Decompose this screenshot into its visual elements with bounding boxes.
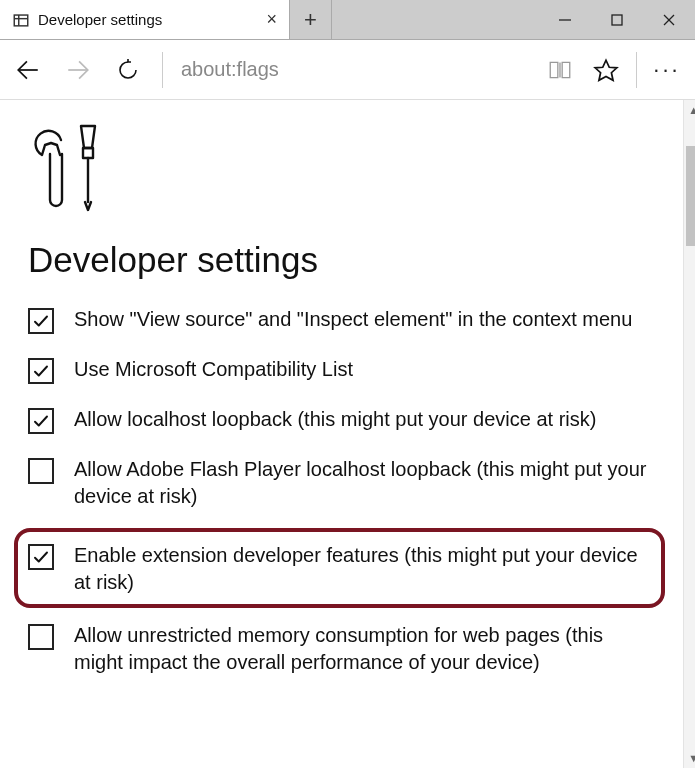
- scrollbar-thumb[interactable]: [686, 146, 695, 246]
- checkbox[interactable]: [28, 544, 54, 570]
- setting-option: Allow Adobe Flash Player localhost loopb…: [28, 456, 655, 510]
- more-button[interactable]: ···: [651, 54, 683, 86]
- window-maximize-button[interactable]: [591, 0, 643, 40]
- scrollbar[interactable]: ▲ ▼: [683, 100, 695, 768]
- toolbar-divider-2: [636, 52, 637, 88]
- window-close-button[interactable]: [643, 0, 695, 40]
- svg-rect-11: [83, 148, 93, 158]
- tab-close-icon[interactable]: ×: [266, 9, 277, 30]
- setting-label: Allow Adobe Flash Player localhost loopb…: [74, 456, 655, 510]
- tab-favicon: [12, 11, 30, 29]
- page-content: Developer settings Show "View source" an…: [0, 100, 683, 768]
- checkbox[interactable]: [28, 408, 54, 434]
- checkbox[interactable]: [28, 458, 54, 484]
- options-list: Show "View source" and "Inspect element"…: [28, 306, 655, 676]
- setting-label: Allow localhost loopback (this might put…: [74, 406, 596, 433]
- window-controls: [539, 0, 695, 39]
- setting-option: Use Microsoft Compatibility List: [28, 356, 655, 384]
- setting-label: Enable extension developer features (thi…: [74, 542, 647, 596]
- toolbar: about:flags ···: [0, 40, 695, 100]
- setting-option: Allow unrestricted memory consumption fo…: [28, 622, 655, 676]
- scrollbar-down-icon[interactable]: ▼: [684, 748, 695, 768]
- setting-option: Show "View source" and "Inspect element"…: [28, 306, 655, 334]
- svg-rect-4: [612, 15, 622, 25]
- setting-label: Use Microsoft Compatibility List: [74, 356, 353, 383]
- window-minimize-button[interactable]: [539, 0, 591, 40]
- checkbox[interactable]: [28, 308, 54, 334]
- svg-marker-10: [595, 60, 617, 80]
- checkbox[interactable]: [28, 358, 54, 384]
- setting-label: Show "View source" and "Inspect element"…: [74, 306, 632, 333]
- reading-view-icon[interactable]: [544, 54, 576, 86]
- setting-label: Allow unrestricted memory consumption fo…: [74, 622, 655, 676]
- setting-option: Enable extension developer features (thi…: [28, 542, 647, 596]
- refresh-button[interactable]: [112, 54, 144, 86]
- page-title: Developer settings: [28, 240, 655, 280]
- scrollbar-up-icon[interactable]: ▲: [684, 100, 695, 120]
- toolbar-divider: [162, 52, 163, 88]
- setting-option: Allow localhost loopback (this might put…: [28, 406, 655, 434]
- address-bar[interactable]: about:flags: [181, 58, 381, 81]
- new-tab-button[interactable]: +: [290, 0, 332, 39]
- checkbox[interactable]: [28, 624, 54, 650]
- active-tab[interactable]: Developer settings ×: [0, 0, 290, 39]
- forward-button[interactable]: [62, 54, 94, 86]
- svg-rect-0: [14, 15, 28, 26]
- highlighted-setting: Enable extension developer features (thi…: [14, 528, 665, 608]
- tab-title: Developer settings: [38, 11, 162, 28]
- favorites-icon[interactable]: [590, 54, 622, 86]
- tab-strip: Developer settings × +: [0, 0, 695, 40]
- developer-tools-icon: [28, 120, 655, 224]
- back-button[interactable]: [12, 54, 44, 86]
